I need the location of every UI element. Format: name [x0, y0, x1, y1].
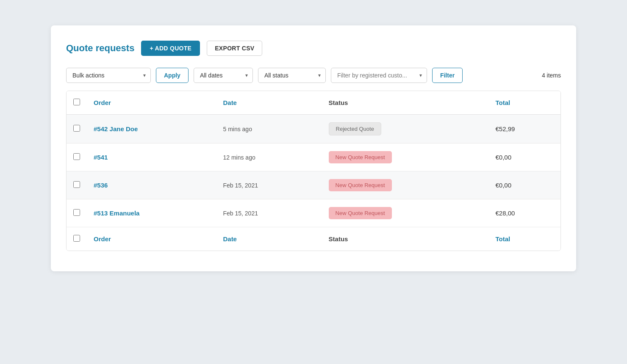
filter-customer-wrapper: ▾	[331, 68, 427, 83]
row-checkbox-cell	[67, 143, 87, 171]
row-order[interactable]: #542 Jane Doe	[87, 115, 216, 143]
footer-checkbox-cell	[67, 227, 87, 251]
all-dates-select[interactable]: All dates	[194, 68, 253, 83]
add-quote-button[interactable]: + ADD QUOTE	[141, 41, 200, 56]
row-status: New Quote Request	[322, 171, 489, 199]
bulk-actions-wrapper: Bulk actions ▾	[66, 68, 151, 83]
all-dates-wrapper: All dates ▾	[194, 68, 253, 83]
items-count: 4 items	[542, 72, 561, 79]
status-badge: New Quote Request	[329, 179, 392, 191]
row-date: 12 mins ago	[216, 143, 322, 171]
footer-status: Status	[322, 227, 489, 251]
table-row: #542 Jane Doe5 mins agoRejected Quote€52…	[67, 115, 560, 143]
apply-button[interactable]: Apply	[156, 68, 189, 83]
order-link[interactable]: #536	[94, 182, 108, 189]
status-badge: Rejected Quote	[329, 122, 381, 135]
filter-customer-input[interactable]	[331, 68, 427, 83]
row-order[interactable]: #541	[87, 143, 216, 171]
bulk-actions-select[interactable]: Bulk actions	[66, 68, 151, 83]
row-checkbox[interactable]	[73, 209, 80, 216]
header-order[interactable]: Order	[87, 91, 216, 115]
row-total: €28,00	[489, 199, 560, 227]
order-link[interactable]: #541	[94, 154, 108, 161]
row-total: €52,99	[489, 115, 560, 143]
footer-total[interactable]: Total	[489, 227, 560, 251]
table-body: #542 Jane Doe5 mins agoRejected Quote€52…	[67, 115, 560, 227]
quotes-table: Order Date Status Total #542 Jane Doe5 m…	[67, 91, 560, 251]
table-header-row: Order Date Status Total	[67, 91, 560, 115]
row-order[interactable]: #513 Emanuela	[87, 199, 216, 227]
table-row: #54112 mins agoNew Quote Request€0,00	[67, 143, 560, 171]
row-status: New Quote Request	[322, 199, 489, 227]
row-checkbox-cell	[67, 171, 87, 199]
row-checkbox-cell	[67, 199, 87, 227]
row-status: Rejected Quote	[322, 115, 489, 143]
row-status: New Quote Request	[322, 143, 489, 171]
row-date: Feb 15, 2021	[216, 199, 322, 227]
header: Quote requests + ADD QUOTE EXPORT CSV	[66, 41, 561, 56]
row-total: €0,00	[489, 143, 560, 171]
table-row: #536Feb 15, 2021New Quote Request€0,00	[67, 171, 560, 199]
footer-order[interactable]: Order	[87, 227, 216, 251]
header-status: Status	[322, 91, 489, 115]
filters-row: Bulk actions ▾ Apply All dates ▾ All sta…	[66, 68, 561, 83]
row-total: €0,00	[489, 171, 560, 199]
footer-checkbox[interactable]	[73, 235, 80, 242]
row-checkbox[interactable]	[73, 125, 80, 132]
header-total[interactable]: Total	[489, 91, 560, 115]
row-date: Feb 15, 2021	[216, 171, 322, 199]
page-title: Quote requests	[66, 43, 134, 54]
row-date: 5 mins ago	[216, 115, 322, 143]
order-link[interactable]: #513 Emanuela	[94, 210, 139, 217]
order-link[interactable]: #542 Jane Doe	[94, 125, 138, 132]
all-status-select[interactable]: All status	[258, 68, 326, 83]
row-checkbox[interactable]	[73, 153, 80, 160]
row-checkbox[interactable]	[73, 181, 80, 188]
status-badge: New Quote Request	[329, 151, 392, 163]
export-csv-button[interactable]: EXPORT CSV	[207, 41, 262, 56]
filter-button[interactable]: Filter	[432, 68, 463, 83]
page-container: Quote requests + ADD QUOTE EXPORT CSV Bu…	[51, 25, 576, 271]
table-container: Order Date Status Total #542 Jane Doe5 m…	[66, 91, 561, 251]
select-all-checkbox[interactable]	[73, 99, 80, 105]
row-checkbox-cell	[67, 115, 87, 143]
table-row: #513 EmanuelaFeb 15, 2021New Quote Reque…	[67, 199, 560, 227]
header-checkbox-cell	[67, 91, 87, 115]
row-order[interactable]: #536	[87, 171, 216, 199]
footer-date[interactable]: Date	[216, 227, 322, 251]
header-date[interactable]: Date	[216, 91, 322, 115]
table-footer-row: Order Date Status Total	[67, 227, 560, 251]
all-status-wrapper: All status ▾	[258, 68, 326, 83]
status-badge: New Quote Request	[329, 207, 392, 219]
